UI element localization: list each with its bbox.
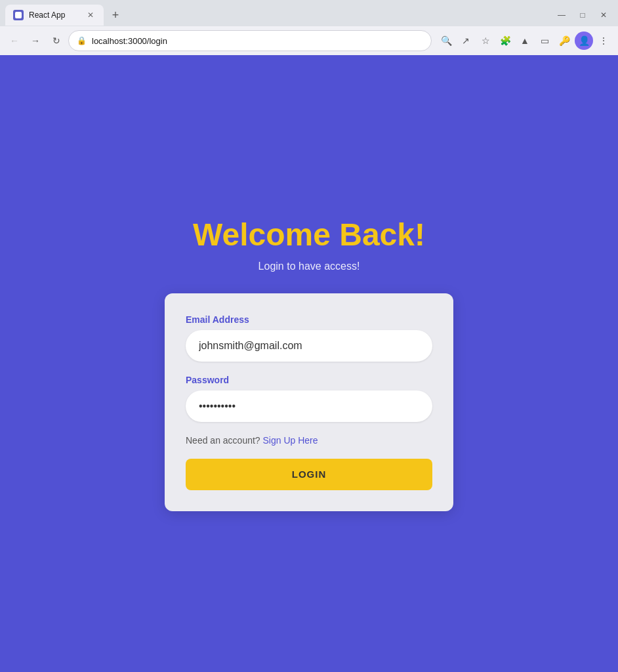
- lock-icon: 🔒: [77, 36, 87, 45]
- password-input[interactable]: [186, 390, 432, 422]
- browser-navbar: ← → ↻ 🔒 localhost:3000/login 🔍 ↗ ☆ 🧩 ▲ ▭…: [0, 26, 618, 55]
- forward-button[interactable]: →: [26, 32, 45, 50]
- screenshot-button[interactable]: ▲: [516, 32, 534, 50]
- browser-tab[interactable]: React App ✕: [5, 5, 104, 26]
- maximize-button[interactable]: □: [573, 6, 592, 24]
- window-controls: — □ ✕: [552, 6, 613, 24]
- browser-titlebar: React App ✕ + — □ ✕: [0, 0, 618, 26]
- sidebar-button[interactable]: ▭: [535, 32, 554, 50]
- page-content: Welcome Back! Login to have access! Emai…: [0, 55, 618, 672]
- browser-chrome: React App ✕ + — □ ✕ ← → ↻ 🔒 localhost:30…: [0, 0, 618, 55]
- nav-actions: 🔍 ↗ ☆ 🧩 ▲ ▭ 🔑 👤 ⋮: [437, 32, 613, 50]
- new-tab-button[interactable]: +: [106, 6, 125, 24]
- reload-button[interactable]: ↻: [47, 32, 66, 50]
- tab-favicon: [13, 10, 24, 20]
- password-form-group: Password: [186, 375, 432, 422]
- profile-button[interactable]: 👤: [575, 32, 593, 50]
- tab-close-button[interactable]: ✕: [85, 10, 96, 20]
- zoom-button[interactable]: 🔍: [437, 32, 455, 50]
- share-button[interactable]: ↗: [457, 32, 475, 50]
- address-bar[interactable]: 🔒 localhost:3000/login: [68, 30, 432, 51]
- login-card: Email Address Password Need an account? …: [165, 293, 453, 511]
- key-icon[interactable]: 🔑: [555, 32, 573, 50]
- email-label: Email Address: [186, 314, 432, 325]
- close-button[interactable]: ✕: [594, 6, 613, 24]
- signup-link[interactable]: Sign Up Here: [263, 435, 318, 446]
- email-form-group: Email Address: [186, 314, 432, 362]
- menu-button[interactable]: ⋮: [594, 32, 613, 50]
- login-button[interactable]: LOGIN: [186, 459, 432, 490]
- welcome-title: Welcome Back!: [193, 217, 425, 253]
- tab-title: React App: [29, 10, 80, 20]
- minimize-button[interactable]: —: [552, 6, 571, 24]
- signup-text: Need an account? Sign Up Here: [186, 435, 432, 446]
- email-input[interactable]: [186, 330, 432, 362]
- password-label: Password: [186, 375, 432, 385]
- extensions-button[interactable]: 🧩: [496, 32, 514, 50]
- bookmark-button[interactable]: ☆: [476, 32, 495, 50]
- back-button[interactable]: ←: [5, 32, 24, 50]
- welcome-subtitle: Login to have access!: [258, 261, 360, 272]
- url-display: localhost:3000/login: [92, 36, 423, 46]
